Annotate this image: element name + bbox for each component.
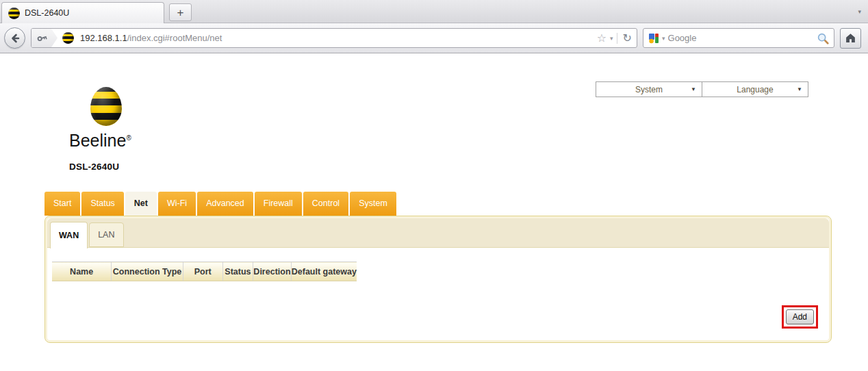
home-button[interactable] bbox=[840, 28, 861, 49]
wan-connections-table: Name Connection Type Port Status Directi… bbox=[52, 261, 357, 281]
home-icon bbox=[845, 32, 856, 44]
url-host: 192.168.1.1 bbox=[80, 33, 127, 43]
tab-control[interactable]: Control bbox=[303, 192, 348, 216]
site-favicon bbox=[62, 32, 74, 44]
highlight-box: Add bbox=[782, 305, 818, 329]
column-header-default-gateway: Default gateway bbox=[291, 262, 357, 281]
router-admin-page: System ▼ Language ▼ Beeline® DSL-2640U S… bbox=[0, 54, 868, 371]
subtab-bar: WAN LAN bbox=[50, 222, 124, 248]
chevron-down-icon: ▼ bbox=[691, 86, 696, 92]
add-button-area: Add bbox=[782, 305, 818, 329]
tab-advanced[interactable]: Advanced bbox=[197, 192, 253, 216]
url-bar[interactable]: 192.168.1.1/index.cgi#rootMenu/net ☆ ▾ ↻ bbox=[31, 28, 637, 48]
url-text[interactable]: 192.168.1.1/index.cgi#rootMenu/net bbox=[77, 33, 592, 43]
search-engine-dropdown-icon[interactable]: ▾ bbox=[662, 35, 665, 42]
tab-wifi[interactable]: Wi-Fi bbox=[158, 192, 196, 216]
back-button[interactable] bbox=[4, 27, 25, 49]
tab-start[interactable]: Start bbox=[44, 192, 80, 216]
browser-tab-bar: DSL-2640U + ▾ bbox=[0, 0, 868, 23]
google-icon bbox=[648, 33, 659, 44]
language-select-label: Language bbox=[737, 85, 773, 94]
browser-tab-title: DSL-2640U bbox=[25, 8, 69, 18]
url-bar-icons: ☆ ▾ ↻ bbox=[592, 33, 637, 44]
column-header-direction: Direction bbox=[253, 262, 292, 281]
site-identity-button[interactable] bbox=[31, 29, 58, 47]
new-tab-button[interactable]: + bbox=[169, 3, 192, 21]
search-bar[interactable]: ▾ bbox=[643, 28, 834, 48]
search-icon[interactable] bbox=[817, 32, 829, 44]
tab-net[interactable]: Net bbox=[125, 192, 157, 216]
chevron-down-icon: ▼ bbox=[797, 86, 802, 92]
brand-name: Beeline® bbox=[69, 131, 131, 151]
brand-block: Beeline® DSL-2640U bbox=[69, 87, 131, 172]
registered-mark: ® bbox=[126, 134, 131, 142]
browser-tab[interactable]: DSL-2640U bbox=[1, 2, 164, 23]
tab-firewall[interactable]: Firewall bbox=[255, 192, 302, 216]
tab-system[interactable]: System bbox=[350, 192, 396, 216]
content-panel: WAN LAN Name Connection Type Port Status… bbox=[44, 216, 832, 343]
bookmark-star-icon[interactable]: ☆ bbox=[597, 33, 607, 44]
browser-toolbar: 192.168.1.1/index.cgi#rootMenu/net ☆ ▾ ↻… bbox=[0, 23, 868, 53]
system-select[interactable]: System ▼ bbox=[596, 81, 702, 97]
column-header-port: Port bbox=[183, 262, 222, 281]
model-name: DSL-2640U bbox=[69, 162, 131, 172]
search-input[interactable] bbox=[668, 33, 814, 43]
subtab-wan[interactable]: WAN bbox=[50, 222, 88, 248]
table-header-row: Name Connection Type Port Status Directi… bbox=[52, 262, 357, 281]
tab-list-dropdown-icon[interactable]: ▾ bbox=[858, 8, 861, 15]
column-header-connection-type: Connection Type bbox=[112, 262, 183, 281]
reload-icon[interactable]: ↻ bbox=[617, 33, 632, 44]
add-button[interactable]: Add bbox=[786, 309, 814, 324]
key-icon bbox=[36, 32, 48, 44]
subtab-lan[interactable]: LAN bbox=[89, 222, 123, 247]
column-header-status: Status bbox=[222, 262, 253, 281]
beeline-logo bbox=[90, 87, 122, 126]
url-path: /index.cgi#rootMenu/net bbox=[127, 33, 222, 43]
column-header-name: Name bbox=[52, 262, 112, 281]
beeline-favicon bbox=[8, 8, 20, 19]
tab-status[interactable]: Status bbox=[81, 192, 123, 216]
language-select[interactable]: Language ▼ bbox=[702, 81, 808, 97]
subtab-strip bbox=[47, 218, 829, 248]
system-select-label: System bbox=[635, 85, 663, 94]
main-tab-bar: Start Status Net Wi-Fi Advanced Firewall… bbox=[44, 192, 396, 216]
url-dropdown-icon[interactable]: ▾ bbox=[610, 35, 613, 42]
back-arrow-icon bbox=[10, 33, 21, 44]
header-selects: System ▼ Language ▼ bbox=[596, 81, 808, 97]
